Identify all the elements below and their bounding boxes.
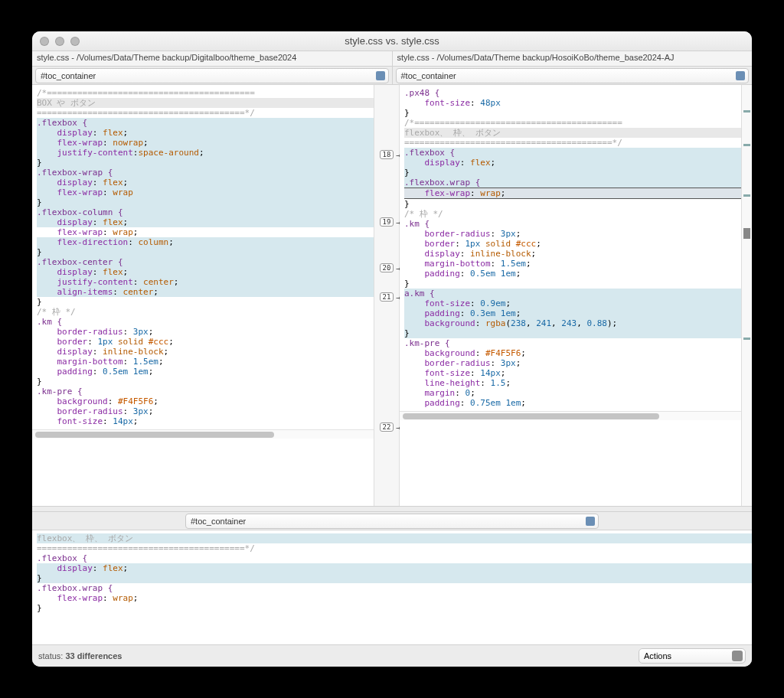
- merge-dropdown-row: #toc_container: [32, 512, 752, 530]
- code-line: }: [404, 199, 741, 209]
- code-line: display: flex;: [37, 178, 374, 188]
- code-line: .km-pre {: [404, 338, 450, 348]
- separator: [32, 506, 752, 512]
- code-line: justify-content:space-around;: [37, 148, 374, 158]
- left-pane[interactable]: /*======================================…: [32, 85, 374, 506]
- code-line: font-size: 14px;: [404, 368, 741, 378]
- code-line: flex-wrap: wrap;: [404, 188, 741, 199]
- code-line: flex-wrap: wrap;: [37, 227, 374, 237]
- code-line: }: [37, 158, 374, 168]
- code-line: padding: 0.5em 1em;: [37, 367, 374, 377]
- diff-gutter: 18→ 19→ 20→ 21→ 22→: [374, 85, 400, 506]
- left-file-path: style.css - /Volumes/Data/Theme backup/D…: [32, 51, 393, 66]
- status-text: status: 33 differences: [38, 651, 122, 660]
- code-line: display: inline-block;: [404, 249, 741, 259]
- diff-marker[interactable]: 22: [380, 422, 394, 432]
- merge-symbol-dropdown[interactable]: #toc_container: [185, 514, 599, 529]
- code-line: flex-wrap: wrap: [37, 188, 374, 197]
- code-line: flex-wrap: nowrap;: [37, 138, 374, 148]
- code-line: }: [404, 168, 741, 178]
- code-line: /* 枠 */: [37, 307, 374, 317]
- code-line: }: [37, 297, 374, 307]
- merge-pane[interactable]: flexbox、 枠、 ボタン ========================…: [32, 530, 752, 645]
- code-line: flexbox、 枠、 ボタン: [37, 533, 752, 543]
- code-line: }: [37, 603, 752, 613]
- code-line: margin: 0;: [404, 388, 741, 398]
- code-line: padding: 0.75em 1em;: [404, 398, 741, 408]
- diff-window: style.css vs. style.css style.css - /Vol…: [32, 31, 752, 667]
- code-line: /* 枠 */: [404, 209, 741, 219]
- code-line: .km-pre {: [37, 387, 83, 396]
- code-line: .flexbox-wrap {: [37, 168, 113, 178]
- code-line: display: flex;: [37, 128, 374, 138]
- code-line: }: [37, 377, 374, 387]
- code-line: .flexbox.wrap {: [37, 583, 113, 593]
- left-symbol-dropdown[interactable]: #toc_container: [35, 68, 389, 83]
- code-line: .km {: [404, 219, 430, 229]
- code-line: margin-bottom: 1.5em;: [37, 357, 374, 367]
- code-line: display: inline-block;: [37, 347, 374, 357]
- diff-marker[interactable]: 21: [380, 292, 394, 302]
- code-line: /*======================================…: [404, 118, 741, 128]
- window-title: style.css vs. style.css: [32, 35, 752, 47]
- code-line: border-radius: 3px;: [404, 229, 741, 239]
- overview-strip[interactable]: [741, 85, 752, 506]
- code-line: background: #F4F5F6;: [404, 348, 741, 358]
- status-count: 33 differences: [65, 651, 122, 660]
- code-line: font-size: 14px;: [37, 416, 374, 426]
- code-line: padding: 0.3em 1em;: [404, 308, 741, 318]
- code-line: flexbox、 枠、 ボタン: [404, 128, 741, 138]
- code-line: .km {: [37, 317, 62, 327]
- code-line: justify-content: center;: [37, 277, 374, 287]
- code-line: display: flex;: [37, 217, 374, 227]
- code-line: border: 1px solid #ccc;: [404, 239, 741, 249]
- code-line: border-radius: 3px;: [37, 406, 374, 416]
- diff-marker[interactable]: 18: [380, 150, 394, 159]
- code-line: border-radius: 3px;: [37, 327, 374, 337]
- code-line: padding: 0.5em 1em;: [404, 269, 741, 279]
- code-line: a.km {: [404, 289, 435, 298]
- code-line: BOX や ボタン: [37, 98, 374, 108]
- code-line: .flexbox {: [37, 118, 87, 128]
- code-line: align-items: center;: [37, 287, 374, 297]
- status-bar: status: 33 differences Actions: [32, 645, 752, 667]
- titlebar[interactable]: style.css vs. style.css: [32, 31, 752, 51]
- status-label: status:: [38, 651, 63, 660]
- code-line: .flexbox.wrap {: [404, 178, 480, 188]
- code-line: flex-wrap: wrap;: [37, 593, 752, 603]
- code-line: border: 1px solid #ccc;: [37, 337, 374, 347]
- code-line: ========================================…: [404, 138, 741, 148]
- code-line: font-size: 0.9em;: [404, 298, 741, 308]
- code-line: margin-bottom: 1.5em;: [404, 259, 741, 269]
- file-paths: style.css - /Volumes/Data/Theme backup/D…: [32, 51, 752, 67]
- code-line: .flexbox {: [37, 553, 87, 563]
- code-line: flex-direction: column;: [37, 237, 374, 247]
- symbol-dropdowns: #toc_container #toc_container: [32, 67, 752, 85]
- left-hscroll[interactable]: [32, 429, 374, 439]
- code-line: display: flex;: [37, 267, 374, 277]
- right-file-path: style.css - /Volumes/Data/Theme backup/H…: [393, 51, 753, 66]
- code-line: line-height: 1.5;: [404, 378, 741, 388]
- code-line: display: flex;: [404, 158, 741, 168]
- code-line: .flexbox {: [404, 148, 455, 158]
- code-line: }: [37, 247, 374, 257]
- code-line: font-size: 48px: [404, 98, 741, 108]
- diff-marker[interactable]: 20: [380, 263, 394, 272]
- right-pane[interactable]: .px48 { font-size: 48px } /*============…: [400, 85, 741, 506]
- diff-marker[interactable]: 19: [380, 217, 394, 227]
- code-line: }: [404, 108, 741, 118]
- right-hscroll[interactable]: [400, 411, 741, 420]
- actions-dropdown[interactable]: Actions: [639, 648, 746, 664]
- code-line: }: [37, 197, 374, 207]
- code-line: /*======================================…: [37, 88, 374, 98]
- code-line: ========================================…: [37, 543, 752, 553]
- code-line: border-radius: 3px;: [404, 358, 741, 368]
- diff-area: /*======================================…: [32, 85, 752, 506]
- code-line: }: [404, 279, 741, 289]
- code-line: background: rgba(238, 241, 243, 0.88);: [404, 318, 741, 328]
- code-line: }: [404, 328, 741, 338]
- right-symbol-dropdown[interactable]: #toc_container: [396, 68, 750, 83]
- code-line: ========================================…: [37, 108, 374, 118]
- code-line: display: flex;: [37, 563, 752, 573]
- code-line: .flexbox-column {: [37, 207, 123, 217]
